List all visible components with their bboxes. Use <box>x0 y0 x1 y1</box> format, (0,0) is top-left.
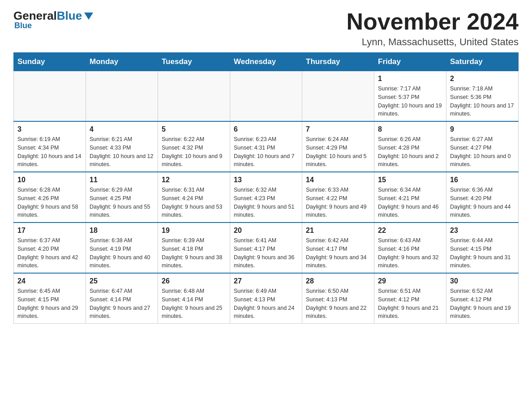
calendar-cell: 4Sunrise: 6:21 AMSunset: 4:33 PMDaylight… <box>86 121 158 172</box>
day-info: Sunrise: 6:38 AMSunset: 4:19 PMDaylight:… <box>90 236 154 270</box>
calendar-cell: 13Sunrise: 6:32 AMSunset: 4:23 PMDayligh… <box>230 172 302 223</box>
day-number: 24 <box>17 277 82 285</box>
day-info: Sunrise: 6:31 AMSunset: 4:24 PMDaylight:… <box>162 186 226 219</box>
day-info: Sunrise: 6:19 AMSunset: 4:34 PMDaylight:… <box>17 135 82 169</box>
day-number: 23 <box>450 227 515 235</box>
calendar-cell: 23Sunrise: 6:44 AMSunset: 4:15 PMDayligh… <box>446 223 519 273</box>
day-number: 15 <box>378 176 442 184</box>
calendar-cell: 18Sunrise: 6:38 AMSunset: 4:19 PMDayligh… <box>86 223 158 273</box>
logo-triangle-icon <box>84 13 93 20</box>
day-info: Sunrise: 6:52 AMSunset: 4:12 PMDaylight:… <box>450 287 515 321</box>
calendar-body: 1Sunrise: 7:17 AMSunset: 5:37 PMDaylight… <box>14 71 519 324</box>
day-number: 29 <box>378 277 442 285</box>
day-info: Sunrise: 6:22 AMSunset: 4:32 PMDaylight:… <box>162 135 226 169</box>
day-info: Sunrise: 6:44 AMSunset: 4:15 PMDaylight:… <box>450 236 515 270</box>
day-info: Sunrise: 6:26 AMSunset: 4:28 PMDaylight:… <box>378 135 442 169</box>
calendar-cell: 26Sunrise: 6:48 AMSunset: 4:14 PMDayligh… <box>158 273 230 324</box>
day-number: 4 <box>90 125 154 133</box>
column-header-saturday: Saturday <box>446 53 519 71</box>
day-number: 5 <box>162 125 226 133</box>
day-info: Sunrise: 6:50 AMSunset: 4:13 PMDaylight:… <box>306 287 370 321</box>
day-info: Sunrise: 6:23 AMSunset: 4:31 PMDaylight:… <box>234 135 298 169</box>
calendar-cell: 22Sunrise: 6:43 AMSunset: 4:16 PMDayligh… <box>374 223 446 273</box>
day-info: Sunrise: 6:36 AMSunset: 4:20 PMDaylight:… <box>450 186 515 219</box>
day-number: 2 <box>450 75 515 83</box>
day-info: Sunrise: 6:42 AMSunset: 4:17 PMDaylight:… <box>306 236 370 270</box>
day-number: 9 <box>450 125 515 133</box>
calendar-cell: 28Sunrise: 6:50 AMSunset: 4:13 PMDayligh… <box>302 273 374 324</box>
column-header-monday: Monday <box>86 53 158 71</box>
calendar-cell: 12Sunrise: 6:31 AMSunset: 4:24 PMDayligh… <box>158 172 230 223</box>
day-info: Sunrise: 6:43 AMSunset: 4:16 PMDaylight:… <box>378 236 442 270</box>
calendar-cell: 8Sunrise: 6:26 AMSunset: 4:28 PMDaylight… <box>374 121 446 172</box>
day-info: Sunrise: 6:29 AMSunset: 4:25 PMDaylight:… <box>90 186 154 219</box>
calendar-cell: 25Sunrise: 6:47 AMSunset: 4:14 PMDayligh… <box>86 273 158 324</box>
calendar-cell: 11Sunrise: 6:29 AMSunset: 4:25 PMDayligh… <box>86 172 158 223</box>
calendar-cell: 30Sunrise: 6:52 AMSunset: 4:12 PMDayligh… <box>446 273 519 324</box>
day-number: 10 <box>17 176 82 184</box>
day-info: Sunrise: 6:33 AMSunset: 4:22 PMDaylight:… <box>306 186 370 219</box>
day-number: 11 <box>90 176 154 184</box>
day-number: 20 <box>234 227 298 235</box>
column-header-wednesday: Wednesday <box>230 53 302 71</box>
day-number: 13 <box>234 176 298 184</box>
calendar-cell: 10Sunrise: 6:28 AMSunset: 4:26 PMDayligh… <box>14 172 86 223</box>
subtitle: Lynn, Massachusetts, United States <box>347 36 519 48</box>
calendar-table: SundayMondayTuesdayWednesdayThursdayFrid… <box>13 52 519 324</box>
calendar-cell <box>86 71 158 122</box>
day-number: 8 <box>378 125 442 133</box>
calendar-cell: 20Sunrise: 6:41 AMSunset: 4:17 PMDayligh… <box>230 223 302 273</box>
calendar-cell: 24Sunrise: 6:45 AMSunset: 4:15 PMDayligh… <box>14 273 86 324</box>
day-number: 6 <box>234 125 298 133</box>
day-number: 25 <box>90 277 154 285</box>
day-number: 1 <box>378 75 442 83</box>
calendar-cell <box>14 71 86 122</box>
day-info: Sunrise: 6:27 AMSunset: 4:27 PMDaylight:… <box>450 135 515 169</box>
day-number: 30 <box>450 277 515 285</box>
day-info: Sunrise: 6:45 AMSunset: 4:15 PMDaylight:… <box>17 287 82 321</box>
calendar-cell: 17Sunrise: 6:37 AMSunset: 4:20 PMDayligh… <box>14 223 86 273</box>
day-number: 19 <box>162 227 226 235</box>
calendar-cell: 15Sunrise: 6:34 AMSunset: 4:21 PMDayligh… <box>374 172 446 223</box>
day-info: Sunrise: 6:48 AMSunset: 4:14 PMDaylight:… <box>162 287 226 321</box>
calendar-cell: 16Sunrise: 6:36 AMSunset: 4:20 PMDayligh… <box>446 172 519 223</box>
column-header-friday: Friday <box>374 53 446 71</box>
day-number: 28 <box>306 277 370 285</box>
calendar-week-row: 17Sunrise: 6:37 AMSunset: 4:20 PMDayligh… <box>14 223 519 273</box>
day-number: 18 <box>90 227 154 235</box>
day-info: Sunrise: 6:32 AMSunset: 4:23 PMDaylight:… <box>234 186 298 219</box>
column-header-tuesday: Tuesday <box>158 53 230 71</box>
calendar-cell <box>302 71 374 122</box>
calendar-week-row: 3Sunrise: 6:19 AMSunset: 4:34 PMDaylight… <box>14 121 519 172</box>
day-info: Sunrise: 6:21 AMSunset: 4:33 PMDaylight:… <box>90 135 154 169</box>
title-area: November 2024 Lynn, Massachusetts, Unite… <box>347 9 519 48</box>
day-info: Sunrise: 7:17 AMSunset: 5:37 PMDaylight:… <box>378 85 442 118</box>
day-info: Sunrise: 6:28 AMSunset: 4:26 PMDaylight:… <box>17 186 82 219</box>
calendar-cell: 19Sunrise: 6:39 AMSunset: 4:18 PMDayligh… <box>158 223 230 273</box>
day-info: Sunrise: 6:47 AMSunset: 4:14 PMDaylight:… <box>90 287 154 321</box>
day-number: 26 <box>162 277 226 285</box>
day-info: Sunrise: 6:24 AMSunset: 4:29 PMDaylight:… <box>306 135 370 169</box>
logo: General Blue Blue <box>13 9 93 30</box>
calendar-cell: 2Sunrise: 7:18 AMSunset: 5:36 PMDaylight… <box>446 71 519 122</box>
day-info: Sunrise: 6:39 AMSunset: 4:18 PMDaylight:… <box>162 236 226 270</box>
day-number: 3 <box>17 125 82 133</box>
calendar-cell: 14Sunrise: 6:33 AMSunset: 4:22 PMDayligh… <box>302 172 374 223</box>
header-row: SundayMondayTuesdayWednesdayThursdayFrid… <box>14 53 519 71</box>
main-title: November 2024 <box>347 9 519 34</box>
day-number: 14 <box>306 176 370 184</box>
calendar-week-row: 24Sunrise: 6:45 AMSunset: 4:15 PMDayligh… <box>14 273 519 324</box>
header-area: General Blue Blue November 2024 Lynn, Ma… <box>13 9 519 48</box>
calendar-cell: 21Sunrise: 6:42 AMSunset: 4:17 PMDayligh… <box>302 223 374 273</box>
day-number: 21 <box>306 227 370 235</box>
day-info: Sunrise: 7:18 AMSunset: 5:36 PMDaylight:… <box>450 85 515 118</box>
day-number: 7 <box>306 125 370 133</box>
column-header-sunday: Sunday <box>14 53 86 71</box>
day-info: Sunrise: 6:49 AMSunset: 4:13 PMDaylight:… <box>234 287 298 321</box>
calendar-cell: 29Sunrise: 6:51 AMSunset: 4:12 PMDayligh… <box>374 273 446 324</box>
logo-blue-word: Blue <box>57 9 82 23</box>
day-number: 12 <box>162 176 226 184</box>
day-info: Sunrise: 6:51 AMSunset: 4:12 PMDaylight:… <box>378 287 442 321</box>
day-number: 16 <box>450 176 515 184</box>
calendar-cell <box>230 71 302 122</box>
